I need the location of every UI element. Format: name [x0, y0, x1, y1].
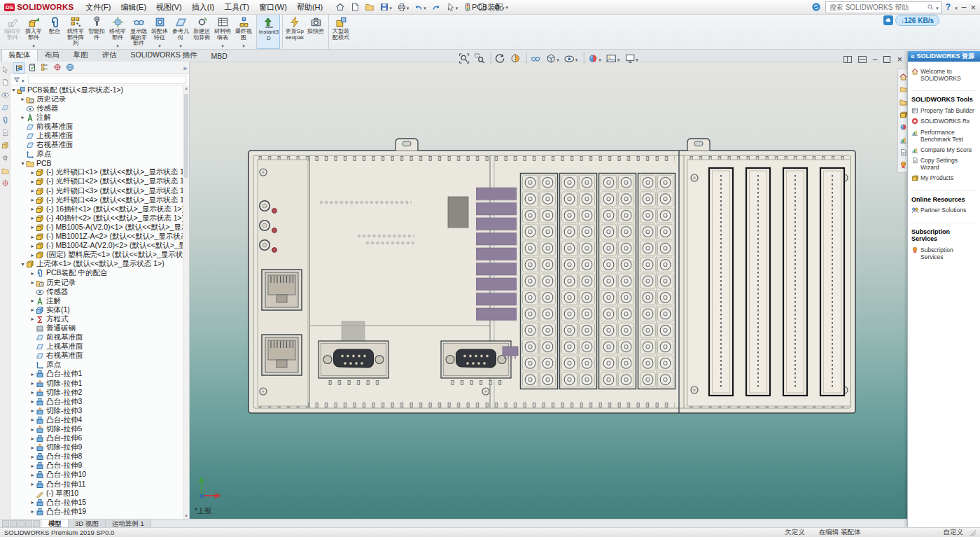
taskpane-item[interactable]: Subscription Services	[911, 246, 976, 260]
expand-arrow-icon[interactable]	[29, 407, 36, 414]
collapse-icon[interactable]	[911, 53, 915, 60]
ribbon-button[interactable]: 编辑零部件	[2, 14, 23, 49]
help-icon[interactable]	[946, 2, 951, 12]
taskpane-tab-icon[interactable]	[899, 85, 907, 93]
chevron-down-icon[interactable]	[936, 3, 939, 11]
ribbon-button[interactable]: 新建运动算例	[191, 14, 212, 49]
tree-item[interactable]: 上视基准面	[10, 131, 183, 140]
chevron-down-icon[interactable]	[22, 76, 24, 84]
expand-arrow-icon[interactable]	[29, 499, 36, 505]
expand-arrow-icon[interactable]	[29, 270, 36, 277]
ribbon-button[interactable]: 移动零部件	[107, 14, 128, 49]
tile-view-icon[interactable]	[858, 56, 867, 63]
tree-item[interactable]: 普通碳钢	[10, 323, 183, 333]
menu-item[interactable]: 窗口(W)	[254, 0, 292, 14]
split-view-icon[interactable]	[844, 56, 852, 63]
taskpane-tab-icon[interactable]	[899, 136, 907, 144]
tree-item[interactable]: 历史记录	[10, 95, 183, 104]
taskpane-item[interactable]: Property Tab Builder	[911, 107, 976, 114]
ribbon-button[interactable]: 显示隐藏的零部件	[128, 14, 149, 49]
menu-item[interactable]: 视图(V)	[151, 0, 187, 14]
tree-item[interactable]: 实体(1)	[10, 305, 183, 314]
expand-arrow-icon[interactable]	[29, 243, 36, 249]
customize-link[interactable]: 自定义	[944, 528, 964, 537]
viewport-tool-button[interactable]	[583, 53, 602, 64]
taskpane-item[interactable]: Performance Benchmark Test	[911, 129, 976, 143]
tree-item[interactable]: 凸台-拉伸10	[10, 470, 183, 480]
filter-icon[interactable]	[13, 76, 20, 83]
featuremanager-tab[interactable]	[27, 62, 38, 74]
tree-item[interactable]: 切除-拉伸9	[10, 443, 183, 452]
side-toolbar-icon[interactable]	[1, 91, 9, 99]
featuremanager-tab[interactable]	[64, 62, 76, 74]
taskpane-tab-icon[interactable]	[899, 161, 907, 169]
expand-arrow-icon[interactable]	[29, 481, 36, 487]
viewport-tool-button[interactable]	[490, 53, 505, 64]
expand-arrow-icon[interactable]	[29, 215, 36, 221]
viewport-tool-button[interactable]	[564, 53, 579, 64]
quickbar-button[interactable]	[412, 1, 428, 13]
expand-arrow-icon[interactable]	[29, 508, 36, 515]
taskpane-item[interactable]: Online Resources	[911, 190, 976, 204]
expand-arrow-icon[interactable]	[29, 426, 36, 433]
flyout-arrow-icon[interactable]	[183, 64, 187, 72]
expand-arrow-icon[interactable]	[29, 371, 36, 377]
quickbar-button[interactable]	[363, 1, 377, 13]
tree-item[interactable]: 前视基准面	[10, 122, 183, 131]
tree-item[interactable]: 凸台-拉伸19	[10, 507, 183, 516]
commandmanager-tab[interactable]: 草图	[66, 48, 95, 62]
close-icon[interactable]	[970, 2, 976, 13]
quickbar-button[interactable]	[377, 1, 394, 13]
tree-scrollbar[interactable]	[183, 85, 189, 519]
ribbon-button[interactable]: 参考几何	[170, 14, 191, 49]
filter-input[interactable]	[28, 76, 186, 84]
menu-item[interactable]: 工具(T)	[219, 0, 254, 14]
tree-item[interactable]: 凸台-拉伸8	[10, 452, 183, 461]
tree-item[interactable]: 右视基准面	[10, 351, 183, 361]
expand-arrow-icon[interactable]	[29, 435, 36, 442]
taskpane-tab-icon[interactable]	[899, 98, 907, 106]
tree-item[interactable]: 右视基准面	[10, 141, 183, 150]
tab-scroll-button[interactable]	[10, 520, 17, 527]
expand-arrow-icon[interactable]	[29, 206, 36, 212]
side-toolbar-icon[interactable]	[1, 116, 9, 124]
ribbon-button[interactable]: 插入零部件	[23, 14, 44, 49]
quickbar-button[interactable]	[333, 1, 347, 13]
tab-scroll-button[interactable]	[18, 520, 24, 527]
tree-item[interactable]: 凸台-拉伸3	[10, 397, 183, 406]
side-toolbar-icon[interactable]	[1, 167, 9, 174]
tree-item[interactable]: 切除-拉伸3	[10, 406, 183, 415]
tree-item[interactable]: PCB装配 中的配合	[10, 269, 183, 278]
search-input[interactable]	[828, 3, 925, 12]
tree-item[interactable]: (-) 光纤锁口<1> (默认<<默认>_显示状态 1>)	[10, 168, 183, 177]
tree-item[interactable]: (-) 光纤锁口<4> (默认<<默认>_显示状态 1>)	[10, 195, 183, 204]
menu-item[interactable]: 编辑(E)	[115, 0, 151, 14]
ribbon-button[interactable]: 材料明细表	[212, 14, 233, 49]
commandmanager-tab[interactable]: 装配体	[1, 48, 38, 62]
window-maximize-icon[interactable]	[883, 56, 890, 63]
side-toolbar-icon[interactable]	[1, 154, 9, 162]
side-toolbar-icon[interactable]	[1, 104, 9, 111]
tree-item[interactable]: (-) 40插针<2> (默认<<默认>_显示状态 1>)	[10, 214, 183, 223]
taskpane-item[interactable]: Partner Solutions	[911, 207, 976, 214]
ribbon-button[interactable]: 线性零部件阵列	[65, 14, 86, 49]
window-close-icon[interactable]	[897, 54, 902, 64]
resize-grip[interactable]	[969, 529, 976, 536]
commandmanager-tab[interactable]: MBD	[204, 50, 234, 62]
expand-arrow-icon[interactable]	[29, 169, 36, 176]
taskpane-tab-icon[interactable]	[899, 148, 907, 156]
tree-item[interactable]: 切除-拉伸1	[10, 379, 183, 388]
quickbar-button[interactable]	[348, 1, 362, 13]
expand-arrow-icon[interactable]	[29, 454, 36, 460]
viewport-tool-button[interactable]	[545, 53, 560, 64]
taskpane-item[interactable]: Welcome to SOLIDWORKS	[911, 68, 976, 82]
side-toolbar-icon[interactable]	[1, 78, 9, 86]
tree-item[interactable]: 凸台-拉伸1	[10, 370, 183, 379]
viewport-tool-button[interactable]	[458, 53, 470, 64]
tree-item[interactable]: 注解	[10, 296, 183, 305]
expand-arrow-icon[interactable]	[29, 417, 36, 423]
tree-item[interactable]: 上视基准面	[10, 342, 183, 351]
side-toolbar-icon[interactable]	[1, 179, 9, 187]
menu-item[interactable]: 插入(I)	[187, 0, 219, 14]
tree-item[interactable]: 凸台-拉伸15	[10, 498, 183, 507]
